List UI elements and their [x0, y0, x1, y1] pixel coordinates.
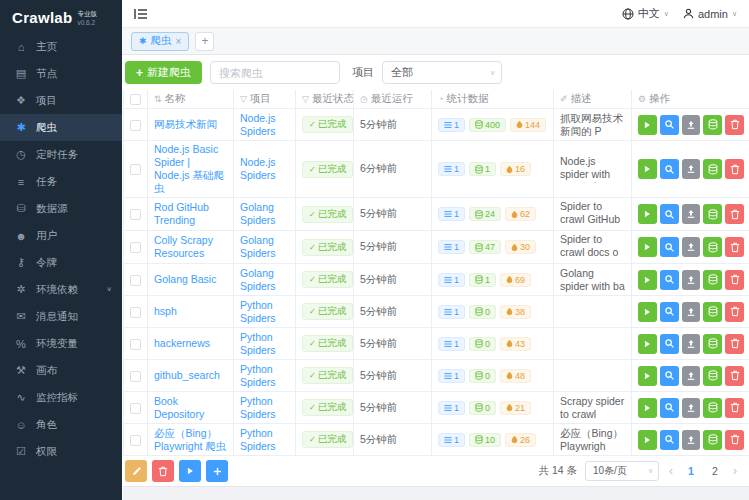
row-checkbox[interactable]: [130, 275, 141, 286]
row-checkbox[interactable]: [130, 120, 141, 131]
upload-button[interactable]: [682, 204, 701, 224]
bulk-delete-button[interactable]: [152, 460, 174, 482]
filter-icon[interactable]: ▽: [240, 94, 247, 104]
run-button[interactable]: [638, 270, 657, 290]
upload-button[interactable]: [682, 302, 701, 322]
project-link[interactable]: Node.js Spiders: [240, 112, 289, 138]
upload-button[interactable]: [682, 366, 701, 386]
data-button[interactable]: [703, 159, 722, 179]
run-button[interactable]: [638, 302, 657, 322]
sidebar-item[interactable]: ∿ 监控指标: [0, 384, 122, 411]
row-checkbox[interactable]: [130, 164, 141, 175]
project-link[interactable]: Python Spiders: [240, 363, 289, 389]
row-checkbox[interactable]: [130, 307, 141, 318]
spider-name-link[interactable]: hsph: [154, 305, 177, 318]
spider-name-link[interactable]: 必应（Bing）Playwright 爬虫: [154, 427, 227, 453]
delete-button[interactable]: [725, 237, 744, 257]
bulk-create-button[interactable]: [206, 460, 228, 482]
run-button[interactable]: [638, 430, 657, 450]
data-button[interactable]: [703, 398, 722, 418]
spider-name-link[interactable]: github_search: [154, 369, 220, 382]
sidebar-item[interactable]: ✲ 环境依赖 ∨: [0, 276, 122, 303]
sidebar-item[interactable]: ✉ 消息通知: [0, 303, 122, 330]
run-button[interactable]: [638, 334, 657, 354]
upload-button[interactable]: [682, 237, 701, 257]
sidebar-item[interactable]: % 环境变量: [0, 330, 122, 357]
project-link[interactable]: Python Spiders: [240, 427, 289, 453]
row-checkbox[interactable]: [130, 209, 141, 220]
view-button[interactable]: [660, 366, 679, 386]
view-button[interactable]: [660, 204, 679, 224]
bulk-edit-button[interactable]: [125, 460, 147, 482]
page-size-select[interactable]: 10条/页 ∨: [585, 461, 659, 481]
project-link[interactable]: Python Spiders: [240, 331, 289, 357]
sidebar-item[interactable]: ❖ 项目: [0, 87, 122, 114]
upload-button[interactable]: [682, 430, 701, 450]
view-button[interactable]: [660, 270, 679, 290]
sidebar-item[interactable]: ☻ 用户: [0, 222, 122, 249]
new-spider-button[interactable]: + 新建爬虫: [125, 61, 202, 84]
sidebar-item[interactable]: ⌂ 主页: [0, 33, 122, 60]
view-button[interactable]: [660, 430, 679, 450]
spider-name-link[interactable]: Colly Scrapy Resources: [154, 234, 227, 260]
spider-name-link[interactable]: Node.js Basic Spider | Node.js 基础爬虫: [154, 143, 227, 195]
sidebar-item[interactable]: ⛁ 数据源: [0, 195, 122, 222]
upload-button[interactable]: [682, 270, 701, 290]
row-checkbox[interactable]: [130, 435, 141, 446]
sidebar-collapse-icon[interactable]: [134, 8, 148, 20]
run-button[interactable]: [638, 366, 657, 386]
data-button[interactable]: [703, 270, 722, 290]
run-button[interactable]: [638, 159, 657, 179]
page-2-button[interactable]: 2: [707, 465, 723, 477]
spider-name-link[interactable]: 网易技术新闻: [154, 118, 217, 131]
upload-button[interactable]: [682, 398, 701, 418]
data-button[interactable]: [703, 302, 722, 322]
run-button[interactable]: [638, 398, 657, 418]
project-link[interactable]: Python Spiders: [240, 395, 289, 421]
sort-icon[interactable]: ⇅: [154, 94, 162, 104]
delete-button[interactable]: [725, 204, 744, 224]
project-link[interactable]: Golang Spiders: [240, 201, 289, 227]
delete-button[interactable]: [725, 366, 744, 386]
spider-name-link[interactable]: Rod GitHub Trending: [154, 201, 227, 227]
search-input[interactable]: [210, 61, 340, 84]
page-1-button[interactable]: 1: [683, 465, 699, 477]
run-button[interactable]: [638, 115, 657, 135]
close-icon[interactable]: ×: [176, 36, 182, 47]
sidebar-item[interactable]: ◷ 定时任务: [0, 141, 122, 168]
delete-button[interactable]: [725, 270, 744, 290]
project-link[interactable]: Node.js Spiders: [240, 156, 289, 182]
spider-name-link[interactable]: hackernews: [154, 337, 210, 350]
data-button[interactable]: [703, 366, 722, 386]
view-button[interactable]: [660, 115, 679, 135]
bulk-run-button[interactable]: [179, 460, 201, 482]
project-link[interactable]: Golang Spiders: [240, 234, 289, 260]
spider-name-link[interactable]: Golang Basic: [154, 273, 216, 286]
filter-icon[interactable]: ▽: [302, 94, 309, 104]
row-checkbox[interactable]: [130, 339, 141, 350]
data-button[interactable]: [703, 237, 722, 257]
data-button[interactable]: [703, 115, 722, 135]
add-tab-button[interactable]: +: [195, 32, 214, 51]
delete-button[interactable]: [725, 398, 744, 418]
sidebar-item[interactable]: ▤ 节点: [0, 60, 122, 87]
row-checkbox[interactable]: [130, 242, 141, 253]
spider-name-link[interactable]: Book Depository: [154, 395, 227, 421]
project-link[interactable]: Python Spiders: [240, 299, 289, 325]
data-button[interactable]: [703, 430, 722, 450]
view-button[interactable]: [660, 302, 679, 322]
project-select[interactable]: 全部 ∨: [382, 61, 502, 84]
prev-page-button[interactable]: ‹: [667, 464, 675, 478]
language-switcher[interactable]: 中文 ∨: [622, 6, 669, 21]
delete-button[interactable]: [725, 334, 744, 354]
next-page-button[interactable]: ›: [731, 464, 739, 478]
view-button[interactable]: [660, 237, 679, 257]
sidebar-item[interactable]: ⚷ 令牌: [0, 249, 122, 276]
tab-spiders[interactable]: ✱ 爬虫 ×: [131, 32, 189, 51]
project-link[interactable]: Golang Spiders: [240, 267, 289, 293]
upload-button[interactable]: [682, 159, 701, 179]
view-button[interactable]: [660, 334, 679, 354]
upload-button[interactable]: [682, 334, 701, 354]
sidebar-item[interactable]: ≡ 任务: [0, 168, 122, 195]
sidebar-item[interactable]: ☑ 权限: [0, 438, 122, 465]
